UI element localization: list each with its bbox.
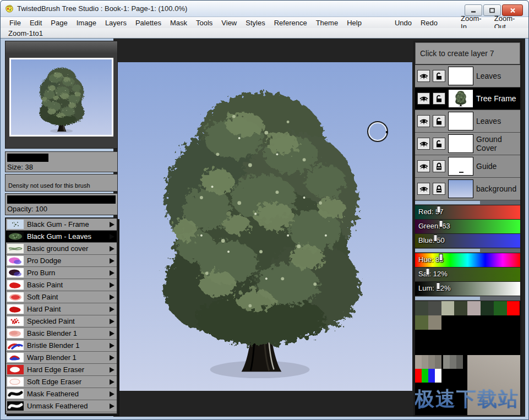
menu-theme[interactable]: Theme bbox=[312, 19, 342, 27]
luminance-slider[interactable]: Lum: 22% bbox=[415, 282, 520, 296]
green-slider[interactable]: Green: 63 bbox=[415, 220, 520, 233]
visibility-toggle[interactable] bbox=[417, 183, 430, 195]
palette-swatch[interactable] bbox=[467, 301, 481, 315]
palette-swatch[interactable] bbox=[481, 301, 494, 315]
palette-swatch[interactable] bbox=[450, 355, 456, 369]
menu-mask[interactable]: Mask bbox=[166, 19, 192, 27]
visibility-toggle[interactable] bbox=[417, 138, 430, 150]
lock-toggle[interactable] bbox=[433, 160, 445, 172]
menu-image[interactable]: Image bbox=[72, 19, 101, 27]
lock-toggle[interactable] bbox=[433, 183, 445, 195]
brush-options-arrow-icon[interactable] bbox=[110, 282, 114, 288]
paint-canvas[interactable] bbox=[118, 62, 412, 391]
panel-splitter[interactable] bbox=[415, 296, 520, 301]
panel-splitter[interactable] bbox=[415, 248, 520, 253]
palette-swatch[interactable] bbox=[454, 301, 467, 315]
lock-toggle[interactable] bbox=[433, 92, 445, 105]
visibility-toggle[interactable] bbox=[417, 160, 430, 172]
saturation-slider[interactable]: Sat: 12% bbox=[415, 268, 520, 281]
palette-swatch[interactable] bbox=[415, 301, 428, 315]
visibility-toggle[interactable] bbox=[417, 92, 430, 105]
brush-options-arrow-icon[interactable] bbox=[110, 246, 114, 252]
brush-item-black-gum-frame[interactable]: Black Gum - Frame bbox=[6, 219, 117, 231]
palette-swatch[interactable] bbox=[428, 355, 435, 369]
layer-row-ground-cover[interactable]: Ground Cover bbox=[415, 133, 520, 155]
palette-swatch[interactable] bbox=[435, 355, 441, 369]
brush-item-mask-feathered[interactable]: Mask Feathered bbox=[6, 388, 117, 400]
brush-options-arrow-icon[interactable] bbox=[110, 391, 114, 397]
visibility-toggle[interactable] bbox=[417, 70, 430, 82]
brush-options-arrow-icon[interactable] bbox=[110, 367, 114, 373]
palette-swatch[interactable] bbox=[435, 369, 441, 383]
brush-item-basic-blender-1[interactable]: Basic Blender 1 bbox=[6, 328, 117, 340]
palette-swatch[interactable] bbox=[428, 315, 441, 330]
splitter-handle[interactable] bbox=[415, 249, 480, 252]
layer-row-leaves-bottom[interactable]: Leaves bbox=[415, 110, 520, 133]
palette-swatch[interactable] bbox=[422, 369, 428, 383]
brush-opacity-panel[interactable]: Opacity: 100 bbox=[5, 193, 118, 215]
lock-toggle[interactable] bbox=[433, 70, 445, 82]
menu-palettes[interactable]: Palettes bbox=[131, 19, 166, 27]
palette-swatch[interactable] bbox=[415, 369, 422, 383]
menu-reference[interactable]: Reference bbox=[270, 19, 312, 27]
brush-options-arrow-icon[interactable] bbox=[110, 270, 114, 276]
red-slider[interactable]: Red: 57 bbox=[415, 205, 520, 219]
palette-swatch[interactable] bbox=[443, 355, 450, 369]
palette-swatch[interactable] bbox=[494, 301, 507, 315]
brush-options-arrow-icon[interactable] bbox=[110, 355, 114, 361]
visibility-toggle[interactable] bbox=[417, 115, 430, 127]
palette-swatch[interactable] bbox=[441, 301, 455, 315]
blue-slider[interactable]: Blue: 50 bbox=[415, 234, 520, 248]
menu-tools[interactable]: Tools bbox=[192, 19, 217, 27]
brush-options-arrow-icon[interactable] bbox=[110, 379, 114, 385]
splitter-handle[interactable] bbox=[415, 201, 480, 204]
layer-row-leaves-top[interactable]: Leaves bbox=[415, 65, 520, 88]
lock-toggle[interactable] bbox=[433, 115, 445, 127]
brush-options-arrow-icon[interactable] bbox=[110, 403, 114, 409]
size-value-bar[interactable] bbox=[7, 154, 48, 162]
brush-item-warp-blender-1[interactable]: Warp Blender 1 bbox=[6, 352, 117, 364]
opacity-value-bar[interactable] bbox=[7, 195, 116, 204]
palette-swatch[interactable] bbox=[507, 301, 520, 315]
create-layer-button[interactable]: Click to create layer 7 bbox=[415, 42, 520, 64]
brush-options-arrow-icon[interactable] bbox=[110, 222, 114, 227]
undo-button[interactable]: Undo bbox=[390, 19, 416, 27]
brush-item-bristle-blender-1[interactable]: Bristle Blender 1 bbox=[6, 340, 117, 352]
redo-button[interactable]: Redo bbox=[416, 19, 442, 27]
menu-file[interactable]: File bbox=[5, 19, 25, 27]
layer-row-guide[interactable]: Guide bbox=[415, 155, 520, 178]
zoom-1to1-button[interactable]: Zoom-1to1 bbox=[4, 29, 47, 37]
layer-row-tree-frame[interactable]: Tree Frame bbox=[415, 88, 520, 110]
brush-options-arrow-icon[interactable] bbox=[110, 343, 114, 348]
brush-item-black-gum-leaves[interactable]: Black Gum - Leaves bbox=[6, 231, 117, 243]
brush-options-arrow-icon[interactable] bbox=[110, 331, 114, 336]
panel-splitter[interactable] bbox=[415, 200, 520, 205]
menu-styles[interactable]: Styles bbox=[241, 19, 269, 27]
hue-slider[interactable]: Hue: 88 bbox=[415, 253, 520, 267]
palette-swatch[interactable] bbox=[415, 315, 428, 330]
brush-item-speckled-paint[interactable]: Speckled Paint bbox=[6, 315, 117, 328]
brush-item-soft-edge-eraser[interactable]: Soft Edge Eraser bbox=[6, 376, 117, 388]
menu-edit[interactable]: Edit bbox=[25, 19, 46, 27]
page-thumbnail[interactable] bbox=[9, 58, 113, 137]
menu-page[interactable]: Page bbox=[46, 19, 72, 27]
palette-swatch[interactable] bbox=[456, 355, 463, 369]
palette-swatch[interactable] bbox=[415, 355, 422, 369]
brush-options-arrow-icon[interactable] bbox=[110, 294, 114, 300]
brush-item-hard-paint[interactable]: Hard Paint bbox=[6, 303, 117, 315]
menu-view[interactable]: View bbox=[217, 19, 241, 27]
brush-item-pro-dodge[interactable]: Pro Dodge bbox=[6, 255, 117, 267]
brush-item-unmask-feathered[interactable]: Unmask Feathered bbox=[6, 400, 117, 412]
titlebar[interactable]: TwistedBrush Tree Studio : Book-1: Page-… bbox=[1, 1, 528, 17]
brush-options-arrow-icon[interactable] bbox=[110, 307, 114, 312]
palette-swatch[interactable] bbox=[422, 355, 428, 369]
lock-toggle[interactable] bbox=[433, 138, 445, 150]
brush-item-soft-paint[interactable]: Soft Paint bbox=[6, 291, 117, 303]
brush-size-panel[interactable]: Size: 38 bbox=[5, 151, 118, 172]
menu-layers[interactable]: Layers bbox=[101, 19, 131, 27]
brush-item-basic-paint[interactable]: Basic Paint bbox=[6, 279, 117, 291]
brush-options-arrow-icon[interactable] bbox=[110, 319, 114, 324]
brush-options-arrow-icon[interactable] bbox=[110, 258, 114, 264]
brush-item-basic-ground-cover[interactable]: Basic ground cover bbox=[6, 243, 117, 255]
palette-swatch[interactable] bbox=[428, 301, 441, 315]
